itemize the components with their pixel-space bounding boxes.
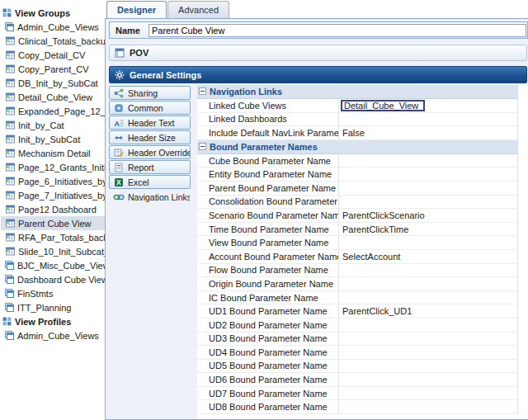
tree-item-copy-parent-cv[interactable]: Copy_Parent_CV [1,62,105,76]
property-row-view-bound-parameter-name[interactable]: View Bound Parameter Name [197,236,528,250]
property-value-cell[interactable] [339,236,518,250]
tree-item-page-6-initiatives-by-categ[interactable]: Page_6_Initiatives_by_Categ [1,174,105,188]
property-row-ud8-bound-parameter-name[interactable]: UD8 Bound Parameter Name [197,400,528,414]
property-name: UD6 Bound Parameter Name [209,375,328,385]
nav-label: Header Text [128,118,174,128]
tree-item-label: Page_12_Grants_Initiatives_ [18,163,105,172]
tree-item-clinical-totals-backup[interactable]: Clinical_Totals_backup [1,34,105,48]
view-groups-icon [2,8,12,17]
grid-spacer [518,113,528,127]
property-row-scenario-bound-parameter-name[interactable]: Scenario Bound Parameter Name ParentClic… [197,209,528,223]
property-row-ud7-bound-parameter-name[interactable]: UD7 Bound Parameter Name [197,387,528,401]
property-value-cell[interactable] [339,113,518,127]
settings-nav-header-size[interactable]: Header Size [109,130,191,144]
property-row-ud3-bound-parameter-name[interactable]: UD3 Bound Parameter Name [197,333,528,347]
property-value-cell[interactable] [339,154,518,168]
tree-item-rfa-par-totals-backup[interactable]: RFA_Par_Totals_backup [1,230,105,244]
property-row-origin-bound-parameter-name[interactable]: Origin Bound Parameter Name [197,277,528,291]
property-value-cell[interactable] [339,360,518,374]
tree-item-page-7-initiatives-by-subc[interactable]: Page_7_Initiatives_by_SubC [1,188,105,202]
property-row-linked-cube-views[interactable]: Linked Cube Views Detail_Cube_View [197,99,528,113]
property-row-entity-bound-parameter-name[interactable]: Entity Bound Parameter Name [197,168,528,182]
settings-nav-report[interactable]: Report [109,160,191,174]
property-name: UD5 Bound Parameter Name [209,361,328,370]
tree-item-admin-cube-views[interactable]: Admin_Cube_Views [1,20,105,34]
settings-nav-header-overrides[interactable]: Header Overrides [109,145,191,159]
tree-item-admin-cube-views[interactable]: Admin_Cube_Views [1,328,105,342]
property-value-cell[interactable] [339,333,518,347]
tree-item-slide-10-init-subcat-by-m[interactable]: Slide_10_Init_Subcat_by_M [1,244,105,258]
tree-item-detail-cube-view[interactable]: Detail_Cube_View [1,90,105,104]
property-value-cell[interactable] [339,346,518,360]
tree-item-db-init-by-subcat[interactable]: DB_Init_by_SubCat [1,76,105,90]
tree-item-mechanism-detail[interactable]: Mechanism Detail [1,146,105,160]
cube-view-grid-icon [5,64,15,73]
tree-item-label: Admin_Cube_Views [17,22,99,32]
property-row-ud2-bound-parameter-name[interactable]: UD2 Bound Parameter Name [197,319,528,333]
property-row-ud4-bound-parameter-name[interactable]: UD4 Bound Parameter Name [197,346,528,360]
nav-label: Sharing [128,88,158,98]
property-value-cell[interactable] [339,196,518,210]
tree-item-parent-cube-view[interactable]: Parent Cube View [1,216,105,230]
property-row-consolidation-bound-parameter-name[interactable]: Consolidation Bound Parameter Name [197,196,528,210]
property-row-parent-bound-parameter-name[interactable]: Parent Bound Parameter Name [197,182,528,196]
tree-item-bjc-misc-cube-views[interactable]: BJC_Misc_Cube_Views [1,258,105,272]
property-value-cell[interactable] [339,168,518,182]
tree-item-page-12-grants-initiatives[interactable]: Page_12_Grants_Initiatives_ [1,160,105,174]
settings-nav-excel[interactable]: X Excel [109,175,191,189]
property-row-ud1-bound-parameter-name[interactable]: UD1 Bound Parameter Name ParentClick_UD1 [197,304,528,319]
tree-item-dashboard-cube-views[interactable]: Dashboard Cube Views [1,272,105,286]
tree-item-label: View Groups [15,8,70,18]
tab-label: Designer [117,5,156,15]
cube-view-grid-icon [5,149,15,158]
property-value-cell[interactable] [339,291,518,305]
property-row-cube-bound-parameter-name[interactable]: Cube Bound Parameter Name [197,154,528,168]
property-value-cell[interactable] [339,182,518,196]
cube-view-name-input[interactable] [148,24,526,37]
property-value-cell[interactable] [339,400,518,414]
settings-nav-header-text[interactable]: A Header Text [109,116,191,130]
settings-nav: Sharing Common A Header Text Header Size… [109,85,191,419]
settings-nav-common[interactable]: Common [109,101,191,115]
tree-item-page12-dashboard[interactable]: Page12 Dashboard [1,202,105,216]
property-value-cell[interactable]: ParentClick_UD1 [339,304,518,319]
property-value-cell[interactable]: SelectAccount [339,250,518,264]
property-row-time-bound-parameter-name[interactable]: Time Bound Parameter Name ParentClickTim… [197,223,528,237]
settings-nav-navigation-links[interactable]: Navigation Links [109,190,191,204]
tree-item-itt-planning[interactable]: ITT_Planning [1,300,105,314]
settings-nav-sharing[interactable]: Sharing [109,86,191,100]
property-value-cell[interactable] [339,277,518,291]
tree-item-finstmts[interactable]: FinStmts [1,286,105,300]
property-row-linked-dashboards[interactable]: Linked Dashboards [197,113,528,127]
tree-item-view-groups[interactable]: View Groups [1,6,105,20]
pov-label: POV [130,48,148,58]
property-value-cell[interactable] [339,264,518,278]
property-row-ud5-bound-parameter-name[interactable]: UD5 Bound Parameter Name [197,360,528,374]
tree-item-copy-detail-cv[interactable]: Copy_Detail_CV [1,48,105,62]
property-value-cell[interactable] [339,373,518,387]
property-group-navigation-links[interactable]: Navigation Links [197,85,528,99]
property-row-include-default-navlink-parameters[interactable]: Include Default NavLink Parameters False [197,126,528,140]
property-value-cell[interactable]: False [339,126,518,140]
property-value-cell[interactable] [339,319,518,333]
pov-section-header[interactable]: POV [109,45,527,61]
property-row-ud6-bound-parameter-name[interactable]: UD6 Bound Parameter Name [197,373,528,387]
tab-designer[interactable]: Designer [106,1,167,18]
property-value-cell[interactable]: ParentClickScenario [339,209,518,223]
tree-item-init-by-subcat[interactable]: Init_by_SubCat [1,132,105,146]
cube-view-grid-icon [5,36,15,45]
tab-advanced[interactable]: Advanced [167,1,229,18]
property-value-cell[interactable]: Detail_Cube_View [339,99,518,113]
property-row-ic-bound-parameter-name[interactable]: IC Bound Parameter Name [197,291,528,305]
property-value-cell[interactable]: ParentClickTime [339,223,518,237]
property-group-bound-parameter-names[interactable]: Bound Parameter Names [197,140,528,154]
property-group-label: Navigation Links [210,87,282,97]
property-value: ParentClick_UD1 [342,306,412,316]
tree-item-view-profiles[interactable]: View Profiles [1,314,105,328]
property-row-account-bound-parameter-name[interactable]: Account Bound Parameter Name SelectAccou… [197,250,528,264]
property-row-flow-bound-parameter-name[interactable]: Flow Bound Parameter Name [197,264,528,278]
tree-item-expanded-page-12-working[interactable]: Expanded_Page_12_working [1,104,105,118]
tree-item-init-by-cat[interactable]: Init_by_Cat [1,118,105,132]
property-value-cell[interactable] [339,387,518,401]
general-settings-header[interactable]: General Settings [109,66,527,83]
